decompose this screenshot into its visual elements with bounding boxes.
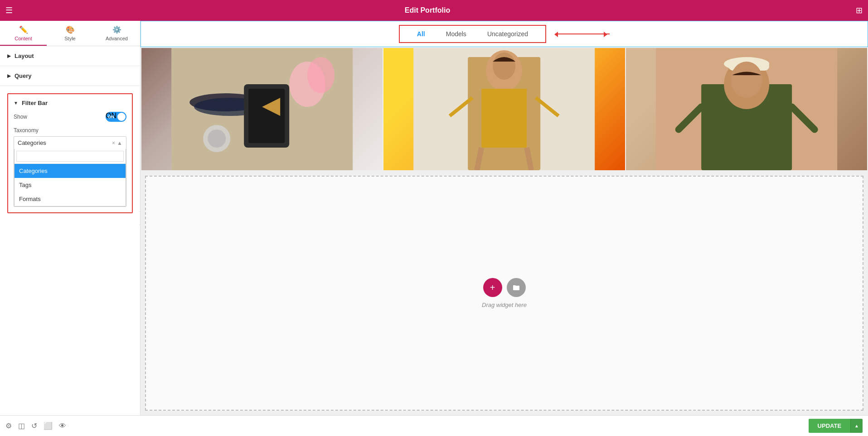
update-dropdown-button[interactable]: ▲ (850, 419, 863, 433)
folder-icon (512, 283, 520, 292)
content-tab-icon: ✏️ (19, 25, 28, 34)
preview-icon[interactable]: 👁 (59, 422, 66, 430)
portfolio-image-model (383, 48, 625, 170)
dropdown-search-input[interactable] (16, 151, 124, 162)
jewelry-svg (141, 48, 383, 170)
filter-bar-preview: All Models Uncategorized (141, 21, 868, 47)
dropdown-option-categories[interactable]: Categories (15, 164, 126, 178)
selected-value-text: Categories (18, 139, 46, 146)
show-toggle[interactable]: ON (106, 112, 126, 122)
show-label: Show (14, 114, 27, 120)
filter-bar-label: Filter Bar (22, 100, 48, 106)
toggle-text: ON (106, 112, 116, 120)
drag-widget-area: + Drag widget here (145, 176, 863, 411)
show-row: Show ON (14, 112, 126, 122)
toggle-thumb (117, 113, 126, 121)
page-title: Edit Portfolio (0, 6, 856, 14)
drag-icon-group: + (483, 278, 526, 297)
update-btn-group: UPDATE ▲ (809, 419, 863, 433)
arrow-line (555, 34, 610, 34)
content-area: All Models Uncategorized (141, 21, 868, 415)
tab-style[interactable]: 🎨 Style (47, 21, 93, 46)
header-bar: ☰ Edit Portfolio ⊞ (0, 0, 868, 21)
advanced-tab-label: Advanced (106, 36, 128, 41)
toggle-track[interactable]: ON (106, 112, 126, 122)
arrow-indicator (555, 34, 610, 34)
query-section-header[interactable]: ▶ Query (0, 66, 140, 86)
filter-models-button[interactable]: Models (442, 29, 470, 39)
clear-icon[interactable]: × (112, 140, 115, 146)
taxonomy-label: Taxonomy (14, 127, 126, 134)
style-tab-icon: 🎨 (66, 25, 75, 34)
select-icons: × ▲ (112, 140, 122, 146)
layout-arrow-icon: ▶ (7, 53, 11, 58)
layers-icon[interactable]: ◫ (18, 422, 25, 430)
bottom-left-icons: ⚙ ◫ ↺ ⬜ 👁 (5, 422, 66, 430)
layout-section-header[interactable]: ▶ Layout (0, 46, 140, 66)
style-tab-label: Style (64, 36, 75, 41)
dropdown-option-formats[interactable]: Formats (15, 192, 126, 206)
query-section-label: Query (15, 72, 32, 79)
filter-bar-section: ▼ Filter Bar Show ON Taxonomy (7, 93, 133, 213)
svg-rect-4 (248, 89, 285, 143)
main-layout: ✏️ Content 🎨 Style ⚙️ Advanced ▶ Layout … (0, 21, 868, 415)
advanced-tab-icon: ⚙️ (112, 25, 121, 34)
layout-section-label: Layout (15, 53, 34, 59)
drag-widget-text: Drag widget here (482, 302, 527, 308)
svg-point-7 (208, 129, 226, 148)
svg-point-26 (731, 62, 762, 98)
content-tab-label: Content (15, 36, 32, 41)
portfolio-image-man (626, 48, 867, 170)
dropdown-list: Categories Tags Formats (14, 149, 126, 206)
filter-uncategorized-button[interactable]: Uncategorized (484, 29, 532, 39)
filter-bar-title[interactable]: ▼ Filter Bar (14, 100, 126, 106)
sidebar-tabs: ✏️ Content 🎨 Style ⚙️ Advanced (0, 21, 140, 46)
responsive-icon[interactable]: ⬜ (44, 422, 53, 430)
portfolio-grid (141, 47, 868, 171)
svg-point-9 (307, 57, 335, 93)
svg-rect-13 (481, 89, 527, 148)
tab-content[interactable]: ✏️ Content (0, 21, 47, 46)
filter-bar-arrow-icon: ▼ (14, 101, 18, 105)
add-widget-button[interactable]: + (483, 278, 502, 297)
query-arrow-icon: ▶ (7, 73, 11, 78)
dropdown-search (15, 149, 126, 164)
sidebar: ✏️ Content 🎨 Style ⚙️ Advanced ▶ Layout … (0, 21, 141, 415)
taxonomy-select[interactable]: Categories × ▲ Categories Tags Formats (14, 136, 126, 207)
update-button[interactable]: UPDATE (809, 419, 850, 433)
settings-icon[interactable]: ⚙ (5, 422, 12, 430)
filter-all-button[interactable]: All (413, 29, 429, 39)
folder-widget-button[interactable] (507, 278, 526, 297)
svg-point-18 (493, 53, 515, 80)
bottom-toolbar: ⚙ ◫ ↺ ⬜ 👁 UPDATE ▲ (0, 415, 868, 436)
man-svg (626, 48, 867, 170)
filter-bar-box: All Models Uncategorized (399, 25, 546, 43)
portfolio-image-jewelry (141, 48, 383, 170)
dropdown-option-tags[interactable]: Tags (15, 178, 126, 192)
model-svg (383, 48, 625, 170)
grid-icon[interactable]: ⊞ (856, 5, 863, 15)
chevron-up-icon: ▲ (117, 140, 122, 146)
filter-bar-preview-container: All Models Uncategorized (141, 21, 868, 47)
select-display[interactable]: Categories × ▲ (14, 137, 126, 149)
history-icon[interactable]: ↺ (31, 422, 37, 430)
tab-advanced[interactable]: ⚙️ Advanced (93, 21, 140, 46)
